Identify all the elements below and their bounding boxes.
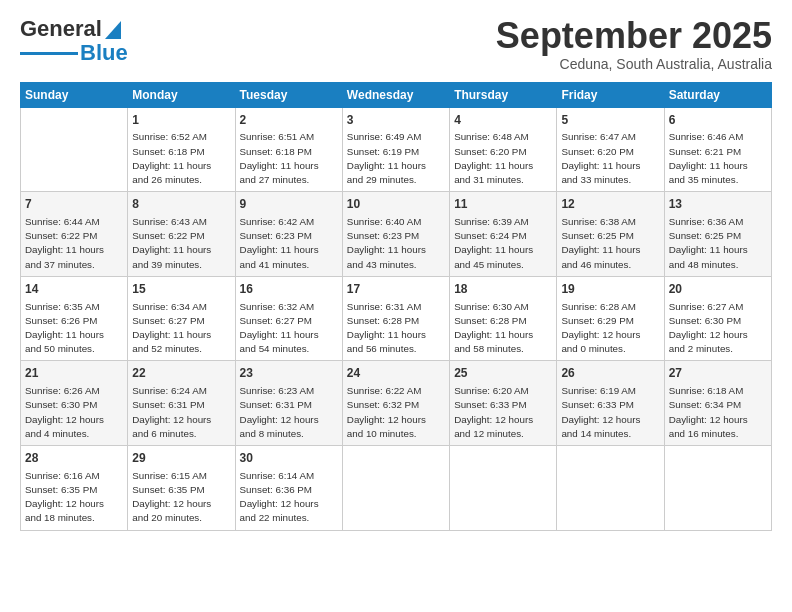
table-row: 11Sunrise: 6:39 AMSunset: 6:24 PMDayligh… xyxy=(450,192,557,277)
calendar-week-4: 28Sunrise: 6:16 AMSunset: 6:35 PMDayligh… xyxy=(21,446,772,531)
daylight-hours: Daylight: 11 hours xyxy=(132,328,230,342)
day-info: Sunrise: 6:24 AMSunset: 6:31 PMDaylight:… xyxy=(132,384,230,441)
sunset-text: Sunset: 6:22 PM xyxy=(132,229,230,243)
table-row: 26Sunrise: 6:19 AMSunset: 6:33 PMDayligh… xyxy=(557,361,664,446)
sunrise-text: Sunrise: 6:44 AM xyxy=(25,215,123,229)
table-row: 25Sunrise: 6:20 AMSunset: 6:33 PMDayligh… xyxy=(450,361,557,446)
sunrise-text: Sunrise: 6:38 AM xyxy=(561,215,659,229)
sunrise-text: Sunrise: 6:27 AM xyxy=(669,300,767,314)
day-info: Sunrise: 6:52 AMSunset: 6:18 PMDaylight:… xyxy=(132,130,230,187)
sunrise-text: Sunrise: 6:52 AM xyxy=(132,130,230,144)
day-number: 28 xyxy=(25,450,123,467)
sunset-text: Sunset: 6:33 PM xyxy=(454,398,552,412)
sunset-text: Sunset: 6:29 PM xyxy=(561,314,659,328)
daylight-hours: Daylight: 11 hours xyxy=(132,243,230,257)
day-number: 1 xyxy=(132,112,230,129)
day-number: 19 xyxy=(561,281,659,298)
day-info: Sunrise: 6:46 AMSunset: 6:21 PMDaylight:… xyxy=(669,130,767,187)
sunset-text: Sunset: 6:28 PM xyxy=(347,314,445,328)
sunrise-text: Sunrise: 6:14 AM xyxy=(240,469,338,483)
table-row: 19Sunrise: 6:28 AMSunset: 6:29 PMDayligh… xyxy=(557,276,664,361)
sunrise-text: Sunrise: 6:30 AM xyxy=(454,300,552,314)
sunrise-text: Sunrise: 6:18 AM xyxy=(669,384,767,398)
daylight-hours: Daylight: 11 hours xyxy=(561,243,659,257)
day-info: Sunrise: 6:49 AMSunset: 6:19 PMDaylight:… xyxy=(347,130,445,187)
day-number: 12 xyxy=(561,196,659,213)
calendar-week-1: 7Sunrise: 6:44 AMSunset: 6:22 PMDaylight… xyxy=(21,192,772,277)
sunset-text: Sunset: 6:28 PM xyxy=(454,314,552,328)
sunrise-text: Sunrise: 6:43 AM xyxy=(132,215,230,229)
sunrise-text: Sunrise: 6:48 AM xyxy=(454,130,552,144)
table-row: 21Sunrise: 6:26 AMSunset: 6:30 PMDayligh… xyxy=(21,361,128,446)
table-row: 22Sunrise: 6:24 AMSunset: 6:31 PMDayligh… xyxy=(128,361,235,446)
day-number: 8 xyxy=(132,196,230,213)
table-row: 16Sunrise: 6:32 AMSunset: 6:27 PMDayligh… xyxy=(235,276,342,361)
daylight-minutes: and 6 minutes. xyxy=(132,427,230,441)
logo: General Blue xyxy=(20,16,128,66)
sunset-text: Sunset: 6:30 PM xyxy=(25,398,123,412)
table-row: 6Sunrise: 6:46 AMSunset: 6:21 PMDaylight… xyxy=(664,107,771,192)
day-number: 15 xyxy=(132,281,230,298)
day-info: Sunrise: 6:26 AMSunset: 6:30 PMDaylight:… xyxy=(25,384,123,441)
table-row: 8Sunrise: 6:43 AMSunset: 6:22 PMDaylight… xyxy=(128,192,235,277)
sunrise-text: Sunrise: 6:40 AM xyxy=(347,215,445,229)
table-row: 24Sunrise: 6:22 AMSunset: 6:32 PMDayligh… xyxy=(342,361,449,446)
daylight-hours: Daylight: 11 hours xyxy=(454,328,552,342)
sunset-text: Sunset: 6:34 PM xyxy=(669,398,767,412)
table-row: 15Sunrise: 6:34 AMSunset: 6:27 PMDayligh… xyxy=(128,276,235,361)
table-row: 13Sunrise: 6:36 AMSunset: 6:25 PMDayligh… xyxy=(664,192,771,277)
day-info: Sunrise: 6:28 AMSunset: 6:29 PMDaylight:… xyxy=(561,300,659,357)
day-number: 21 xyxy=(25,365,123,382)
sunrise-text: Sunrise: 6:47 AM xyxy=(561,130,659,144)
sunrise-text: Sunrise: 6:24 AM xyxy=(132,384,230,398)
daylight-minutes: and 8 minutes. xyxy=(240,427,338,441)
sunset-text: Sunset: 6:20 PM xyxy=(561,145,659,159)
daylight-hours: Daylight: 12 hours xyxy=(561,413,659,427)
daylight-minutes: and 41 minutes. xyxy=(240,258,338,272)
daylight-hours: Daylight: 11 hours xyxy=(132,159,230,173)
daylight-hours: Daylight: 11 hours xyxy=(25,328,123,342)
daylight-minutes: and 45 minutes. xyxy=(454,258,552,272)
logo-line xyxy=(20,52,78,55)
table-row xyxy=(664,446,771,531)
sunrise-text: Sunrise: 6:46 AM xyxy=(669,130,767,144)
calendar-header-row: Sunday Monday Tuesday Wednesday Thursday… xyxy=(21,82,772,107)
col-monday: Monday xyxy=(128,82,235,107)
table-row: 30Sunrise: 6:14 AMSunset: 6:36 PMDayligh… xyxy=(235,446,342,531)
daylight-hours: Daylight: 11 hours xyxy=(240,328,338,342)
daylight-hours: Daylight: 12 hours xyxy=(669,413,767,427)
sunrise-text: Sunrise: 6:22 AM xyxy=(347,384,445,398)
day-number: 14 xyxy=(25,281,123,298)
daylight-hours: Daylight: 11 hours xyxy=(454,243,552,257)
day-info: Sunrise: 6:30 AMSunset: 6:28 PMDaylight:… xyxy=(454,300,552,357)
table-row: 23Sunrise: 6:23 AMSunset: 6:31 PMDayligh… xyxy=(235,361,342,446)
daylight-hours: Daylight: 12 hours xyxy=(132,413,230,427)
day-info: Sunrise: 6:18 AMSunset: 6:34 PMDaylight:… xyxy=(669,384,767,441)
day-info: Sunrise: 6:51 AMSunset: 6:18 PMDaylight:… xyxy=(240,130,338,187)
day-info: Sunrise: 6:42 AMSunset: 6:23 PMDaylight:… xyxy=(240,215,338,272)
table-row: 2Sunrise: 6:51 AMSunset: 6:18 PMDaylight… xyxy=(235,107,342,192)
day-number: 27 xyxy=(669,365,767,382)
daylight-hours: Daylight: 11 hours xyxy=(25,243,123,257)
sunrise-text: Sunrise: 6:34 AM xyxy=(132,300,230,314)
daylight-minutes: and 52 minutes. xyxy=(132,342,230,356)
table-row xyxy=(21,107,128,192)
daylight-hours: Daylight: 11 hours xyxy=(347,243,445,257)
col-friday: Friday xyxy=(557,82,664,107)
page: General Blue September 2025 Ceduna, Sout… xyxy=(0,0,792,612)
daylight-hours: Daylight: 12 hours xyxy=(240,413,338,427)
daylight-minutes: and 20 minutes. xyxy=(132,511,230,525)
daylight-hours: Daylight: 11 hours xyxy=(454,159,552,173)
month-title: September 2025 xyxy=(496,16,772,56)
day-number: 17 xyxy=(347,281,445,298)
sunset-text: Sunset: 6:27 PM xyxy=(132,314,230,328)
sunrise-text: Sunrise: 6:19 AM xyxy=(561,384,659,398)
sunset-text: Sunset: 6:25 PM xyxy=(561,229,659,243)
location: Ceduna, South Australia, Australia xyxy=(496,56,772,72)
col-saturday: Saturday xyxy=(664,82,771,107)
sunset-text: Sunset: 6:31 PM xyxy=(132,398,230,412)
sunset-text: Sunset: 6:35 PM xyxy=(25,483,123,497)
table-row: 5Sunrise: 6:47 AMSunset: 6:20 PMDaylight… xyxy=(557,107,664,192)
calendar-week-0: 1Sunrise: 6:52 AMSunset: 6:18 PMDaylight… xyxy=(21,107,772,192)
table-row: 4Sunrise: 6:48 AMSunset: 6:20 PMDaylight… xyxy=(450,107,557,192)
